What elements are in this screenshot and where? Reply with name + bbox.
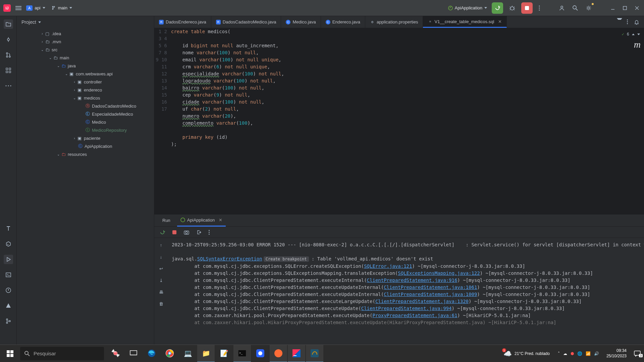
more-tools-button[interactable] [4,81,13,90]
language-icon[interactable]: 🌐 [577,351,582,356]
soft-wrap-button[interactable]: ↩ [158,265,164,273]
scroll-up-button[interactable]: ↑ [159,241,164,249]
taskbar-app-widget[interactable]: 🍬 [107,345,124,362]
project-tool-button[interactable] [4,19,13,29]
code-with-me-button[interactable] [557,4,566,12]
tree-item-medico-repo[interactable]: ⒾMedicoRepository [17,126,154,134]
taskbar-task-view[interactable] [125,345,142,362]
security-icon[interactable]: ⬢ [571,351,574,356]
project-panel-header[interactable]: Project [17,16,154,28]
warning-tool-button[interactable] [4,301,13,310]
console-output[interactable]: 2023-10-25T09:25:59.256-03:00 ERROR 1520… [168,238,644,349]
tree-item-medico[interactable]: ⒸMedico [17,118,154,126]
tree-item-endereco[interactable]: ›▣endereco [17,86,154,94]
tree-item-especialidade[interactable]: ⒺEspecialidadeMedico [17,110,154,118]
scroll-to-end-button[interactable]: ⤓ [158,277,164,284]
vcs-tool-button[interactable] [4,316,13,326]
terminal-tool-button[interactable] [4,270,13,280]
onedrive-icon[interactable]: ☁ [563,351,567,356]
taskbar-explorer[interactable]: 📁 [197,345,215,362]
run-tool-button[interactable] [4,255,13,264]
source-link[interactable]: ClientPreparedStatement.java:994 [361,306,452,311]
weather-widget[interactable]: ☁️1 21°C Pred. nublado [499,350,554,358]
structure-tool-button[interactable] [4,66,13,75]
source-link[interactable]: ClientPreparedStatement.java:1061 [384,285,477,290]
debug-button[interactable] [508,4,517,12]
commit-tool-button[interactable] [4,35,13,44]
maximize-button[interactable] [621,4,629,12]
bookmarks-tool-button[interactable] [4,224,13,233]
source-link[interactable]: SQLExceptionsMapping.java:122 [398,270,480,276]
tab-properties[interactable]: ⚙application.properties [365,16,423,28]
notifications-button[interactable] [633,18,641,26]
code-content[interactable]: create table medicos( id bigint not null… [171,28,644,214]
taskbar-app1[interactable]: 💻 [179,345,197,362]
git-branch-selector[interactable]: main [49,4,75,11]
print-button[interactable]: 🖶 [158,288,165,296]
tab-medico[interactable]: CMedico.java [281,16,321,28]
tabs-dropdown-button[interactable] [617,18,622,22]
close-run-tab[interactable]: ✕ [219,218,222,223]
project-selector[interactable]: A api [26,5,45,11]
stop-run-button[interactable] [171,229,178,236]
taskbar-search[interactable]: Pesquisar [20,347,104,360]
volume-icon[interactable]: 🔊 [594,351,599,356]
pull-requests-tool-button[interactable] [4,50,13,60]
taskbar-chrome[interactable] [161,345,178,362]
build-tool-button[interactable] [4,239,13,249]
tab-sql[interactable]: ≡V1__create_table_medicos.sql✕ [423,16,507,28]
minimize-button[interactable] [609,4,616,12]
run-button[interactable] [492,2,503,14]
tree-item-package[interactable]: ⌄▣com.webwaves.api [17,70,154,78]
main-menu-button[interactable] [14,5,23,11]
tree-item-src[interactable]: ⌄🗀src [17,46,154,54]
source-link[interactable]: ClientPreparedStatement.java:916 [367,278,458,283]
tree-item-resources[interactable]: ⌄🗀resources [17,150,154,158]
rerun-button[interactable] [158,228,166,236]
maven-icon[interactable]: m [634,41,641,48]
tab-options-button[interactable] [626,18,629,26]
problems-tool-button[interactable] [4,286,13,295]
inspection-badge[interactable]: ✓6 [622,31,640,38]
tab-dados-endereco[interactable]: RDadosEndereco.java [154,16,211,28]
search-everywhere-button[interactable] [571,4,580,12]
taskbar-mysql[interactable] [306,345,323,362]
tab-close-button[interactable]: ✕ [498,19,502,24]
taskbar-edge[interactable] [143,345,160,362]
tree-item-main[interactable]: ⌄🗀main [17,54,154,62]
wifi-icon[interactable]: 📶 [586,351,591,356]
tray-icons[interactable]: ˄ ☁ ⬢ 🌐 📶 🔊 [554,351,602,356]
run-tab-run[interactable]: Run [159,216,174,225]
tree-item-idea[interactable]: ›▢.idea [17,29,154,38]
tree-item-api-application[interactable]: ⒸApiApplication [17,142,154,150]
snapshot-button[interactable] [182,229,191,236]
tree-item-java[interactable]: ⌄🗀java [17,62,154,70]
tree-item-dados-cadastro[interactable]: ⓇDadosCadastroMedico [17,102,154,110]
run-config-selector[interactable]: ApiApplication [448,5,487,10]
start-button[interactable] [0,345,20,362]
taskbar-app2[interactable]: 📝 [215,345,233,362]
stop-button[interactable] [521,2,533,14]
taskbar-cmd[interactable]: >_ [233,345,251,362]
more-actions-button[interactable] [537,4,541,12]
tab-endereco[interactable]: CEndereco.java [321,16,365,28]
tree-item-controller[interactable]: ›▣controller [17,78,154,86]
run-options-button[interactable] [207,229,211,236]
close-button[interactable] [633,4,641,12]
exception-link[interactable]: SQLSyntaxErrorException [197,256,262,261]
source-link[interactable]: ClientPreparedStatement.java:1009 [384,292,477,297]
tree-item-medicos[interactable]: ⌄▣medicos [17,94,154,102]
tab-dados-cadastro[interactable]: RDadosCadastroMedico.java [211,16,281,28]
clear-button[interactable]: 🗑 [158,300,165,308]
create-breakpoint-hint[interactable]: Create breakpoint [264,256,309,262]
taskbar-intellij[interactable] [288,345,305,362]
settings-button[interactable] [584,4,593,12]
exit-button[interactable] [195,229,203,236]
tree-item-mvn[interactable]: ›🗀.mvn [17,38,154,46]
tree-item-paciente[interactable]: ›▣paciente [17,134,154,142]
taskbar-postman[interactable] [270,345,287,362]
tray-chevron-icon[interactable]: ˄ [558,351,560,356]
source-link[interactable]: SQLError.java:121 [364,263,412,269]
scroll-down-button[interactable]: ↓ [159,253,164,261]
source-link[interactable]: ProxyPreparedStatement.java:61 [372,313,457,318]
